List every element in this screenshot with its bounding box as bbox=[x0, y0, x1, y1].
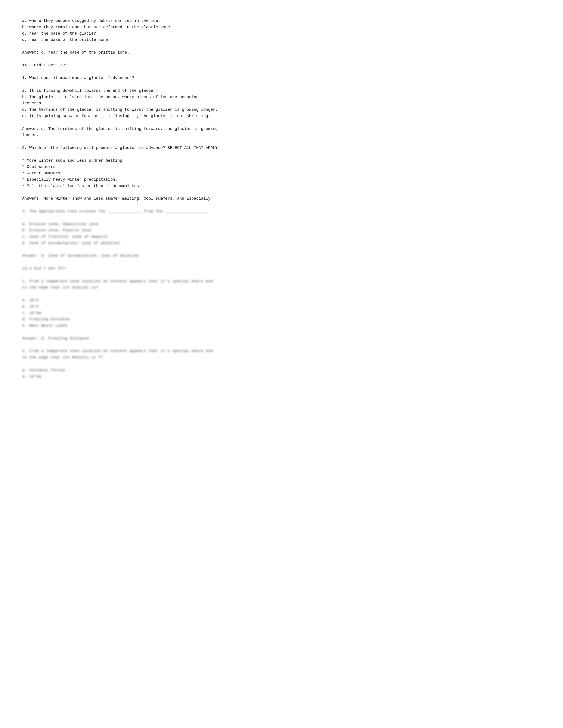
content-line-l8: a. It is flowing downhill towards the en… bbox=[22, 88, 541, 94]
content-line-l2: b. where they remain open but are deform… bbox=[22, 24, 541, 30]
content-line-bl17: to the edge that its Results is T? bbox=[22, 354, 541, 361]
spacer-line bbox=[22, 291, 541, 297]
spacer-line bbox=[22, 202, 541, 208]
spacer-line bbox=[22, 138, 541, 145]
content-line-l19: * Especially heavy winter precipitation. bbox=[22, 176, 541, 183]
content-line-bl3: b. Erosion zone; Plastic Zone bbox=[22, 227, 541, 234]
spacer-line bbox=[22, 151, 541, 158]
content-line-bl4: c. Zone of fracture; zone of deposit bbox=[22, 234, 541, 240]
spacer-line bbox=[22, 342, 541, 348]
spacer-line bbox=[22, 361, 541, 367]
content-line-bl18: a. Volcanic forces bbox=[22, 367, 541, 373]
spacer-line bbox=[22, 246, 541, 253]
spacer-line bbox=[22, 68, 541, 75]
spacer-line bbox=[22, 259, 541, 265]
content-line-bl6: Answer: d. Zone of accumulation; zone of… bbox=[22, 253, 541, 259]
content-line-l17: * Cool summers bbox=[22, 164, 541, 170]
content-line-l3: c. near the base of the glacier. bbox=[22, 30, 541, 37]
content-line-l11: c. The terminus of the glacier is shifti… bbox=[22, 107, 541, 113]
content-line-bl9: to the edge that its Glacial is? bbox=[22, 284, 541, 291]
content-line-l1: a. where they become clogged by debris c… bbox=[22, 18, 541, 24]
spacer-line bbox=[22, 56, 541, 62]
spacer-line bbox=[22, 81, 541, 88]
spacer-line bbox=[22, 272, 541, 278]
content-line-bl13: d. Freezing distance bbox=[22, 316, 541, 323]
content-line-l16: * More winter snow and less summer melti… bbox=[22, 158, 541, 164]
content-line-l13: Answer: c. The terminus of the glacier i… bbox=[22, 126, 541, 132]
content-line-bl14: e. West Basin Lakes bbox=[22, 323, 541, 329]
spacer-line bbox=[22, 189, 541, 196]
spacer-line bbox=[22, 119, 541, 126]
spacer-line bbox=[22, 329, 541, 335]
spacer-line bbox=[22, 43, 541, 49]
content-line-l5: Answer: d. near the base of the brittle … bbox=[22, 49, 541, 56]
content-line-bl1: 3. The appropriate rock crosses the ____… bbox=[22, 208, 541, 215]
content-line-l20: * Melt the glacial ice faster than it ac… bbox=[22, 183, 541, 189]
content-line-bl11: b. 10°C bbox=[22, 304, 541, 310]
content-line-bl7: 14.4 Did I Get It?: bbox=[22, 265, 541, 272]
content-line-bl15: Answer: d. Freezing distance bbox=[22, 335, 541, 342]
content-line-l6: 14.3 Did I Get It?: bbox=[22, 62, 541, 69]
content-line-l12: d. It is gaining snow as fast as it is l… bbox=[22, 113, 541, 119]
content-line-bl12: c. 15°km bbox=[22, 310, 541, 316]
content-line-bl19: b. 15°km bbox=[22, 373, 541, 380]
content-line-l7: 1. What does it mean when a glacier “adv… bbox=[22, 75, 541, 81]
spacer-line bbox=[22, 215, 541, 221]
content-line-l14: longer. bbox=[22, 132, 541, 138]
content-line-bl8: 1. From a temperate zone location an con… bbox=[22, 278, 541, 285]
page-content: a. where they become clogged by debris c… bbox=[22, 18, 541, 380]
content-line-l10: icebergs. bbox=[22, 100, 541, 107]
content-line-bl5: d. Zone of accumulation; zone of ablatio… bbox=[22, 240, 541, 246]
content-line-bl2: a. Erosion zone; deposition zone bbox=[22, 221, 541, 227]
content-line-bl16: 2. From a temperate zone location an con… bbox=[22, 348, 541, 354]
content-line-l18: * Warmer summers bbox=[22, 170, 541, 176]
content-line-l4: d. near the base of the brittle zone. bbox=[22, 37, 541, 43]
content-line-l21: Answers: More winter snow and less summe… bbox=[22, 195, 541, 202]
content-line-l9: b. The glacier is calving into the ocean… bbox=[22, 94, 541, 100]
content-line-l15: 2. Which of the following will promote a… bbox=[22, 145, 541, 151]
content-line-bl10: a. 20°C bbox=[22, 297, 541, 304]
